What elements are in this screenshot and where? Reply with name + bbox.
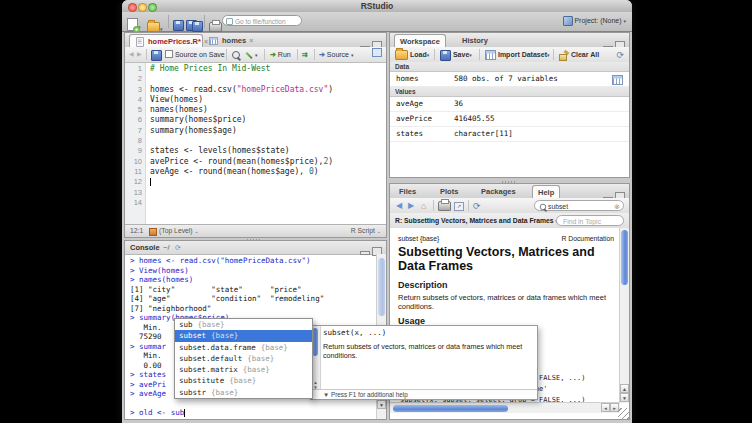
code-line: avePrice <- round(mean(homes$price),2) [146, 157, 386, 167]
nav-back-button[interactable]: ◀ [129, 47, 134, 62]
chevron-down-icon: ▾ [255, 52, 258, 58]
source-button[interactable]: ➔ Source ▾ [319, 47, 353, 62]
editor-code-area[interactable]: # Home Prices In Mid-Westhomes <- read.c… [146, 63, 386, 225]
help-vscroll-thumb[interactable] [621, 230, 628, 285]
doc-header-left: subset {base} [398, 235, 439, 242]
save-icon [173, 20, 184, 31]
completion-name: subset [179, 331, 206, 340]
object-name: avePrice [396, 112, 432, 126]
cursor-position: 12:1 [130, 225, 143, 237]
scroll-up-button[interactable]: ▲ [620, 384, 629, 393]
clear-all-button[interactable]: Clear All [559, 47, 599, 62]
console-title: Console [130, 241, 160, 254]
source-tab-homes[interactable]: homes× [203, 34, 251, 47]
pane-tab-packages[interactable]: Packages [476, 185, 521, 198]
run-button[interactable]: ➔ Run [270, 47, 291, 62]
minimize-pane-icon[interactable] [360, 251, 370, 255]
pane-tab-plots[interactable]: Plots [435, 185, 463, 198]
table-icon [485, 50, 496, 60]
help-tabstrip: FilesPlotsPackagesHelp [390, 184, 629, 199]
scroll-left-button[interactable]: ◂ [601, 403, 610, 412]
code-line: names(homes) [146, 105, 386, 115]
code-segment: names(homes) [150, 105, 208, 114]
find-in-topic-input[interactable]: Find in Topic [556, 215, 624, 226]
help-back-button[interactable]: ◀ [396, 198, 402, 213]
editor[interactable]: 1234567891011121314 # Home Prices In Mid… [125, 63, 386, 225]
autocomplete-item[interactable]: substitute{base} [175, 375, 312, 386]
window-resize-grip[interactable] [618, 408, 629, 419]
import-dataset-button[interactable]: Import Dataset▾ [485, 47, 549, 62]
source-tabstrip: homePrices.R*×homes× [125, 33, 386, 48]
code-segment: "homePriceData.csv" [237, 85, 329, 94]
find-replace-button[interactable] [232, 47, 240, 62]
goto-file-function-input[interactable]: Go to file/function [222, 15, 302, 26]
scroll-down-button[interactable]: ▼ [620, 393, 629, 402]
help-hscrollbar[interactable]: ◂ ▸ [390, 402, 620, 413]
console-prompt-line[interactable]: > old <- sub [130, 408, 376, 417]
source-on-save-checkbox[interactable]: Source on Save [165, 47, 225, 62]
line-number: 9 [125, 146, 145, 156]
help-print-button[interactable] [438, 198, 451, 213]
section-header: Data [390, 62, 629, 72]
print-icon [438, 201, 451, 211]
code-segment: homes <- read.csv( [150, 85, 237, 94]
show-in-new-window-button[interactable] [372, 47, 382, 62]
console-scroll-thumb[interactable] [378, 258, 385, 316]
save-workspace-button[interactable]: Save▾ [440, 47, 472, 62]
pane-tab-help[interactable]: Help [532, 185, 560, 198]
workspace-list: Datahomes580 obs. of 7 variablesValuesav… [390, 62, 629, 177]
refresh-workspace-button[interactable]: ⟳ [616, 47, 624, 62]
workspace-row[interactable]: aveAge36 [390, 97, 629, 112]
completion-package: {base} [198, 320, 225, 329]
scope-selector[interactable]: (Top Level) ⌄ [159, 225, 199, 237]
file-type-selector[interactable]: R Script ⌄ [351, 225, 381, 237]
scroll-down-button[interactable]: ▼ [377, 400, 386, 409]
nav-forward-button[interactable]: ▶ [137, 47, 142, 62]
rerun-button[interactable]: ⇉ [302, 47, 308, 62]
autocomplete-item[interactable]: subset.matrix{base} [175, 364, 312, 375]
source-label: Source [327, 51, 349, 58]
source-tab-homePricesR[interactable]: homePrices.R*× [129, 34, 203, 47]
chevron-down-icon: ▾ [547, 52, 550, 58]
autocomplete-item[interactable]: subset.data.frame{base} [175, 342, 312, 353]
help-vscrollbar[interactable]: ▲ ▼ [619, 228, 629, 403]
workspace-tab-workspace[interactable]: Workspace [394, 34, 446, 47]
pane-tab-files[interactable]: Files [394, 185, 421, 198]
save-source-button[interactable] [151, 47, 162, 62]
code-segment: ) [314, 167, 319, 176]
help-topic-selector[interactable]: R: Subsetting Vectors, Matrices and Data… [395, 213, 558, 229]
autocomplete-item[interactable]: subset{base} [175, 330, 312, 341]
help-refresh-button[interactable]: ⟳ [473, 198, 481, 213]
help-home-button[interactable]: ⌂ [421, 198, 426, 213]
titlebar[interactable]: RStudio [122, 0, 632, 12]
clear-search-icon[interactable]: ⊗ [614, 201, 620, 212]
goto-directory-icon[interactable]: ⟳ [175, 241, 181, 254]
print-icon [209, 22, 222, 32]
open-new-window-icon: ↗ [454, 202, 464, 211]
project-label: Project: (None) [574, 17, 621, 24]
new-file-button[interactable]: ▾ [127, 15, 141, 33]
workspace-row[interactable]: avePrice416405.55 [390, 112, 629, 127]
completion-name: subset.data.frame [179, 343, 256, 352]
autocomplete-item[interactable]: sub{base} [175, 319, 312, 330]
refresh-icon: ⟳ [616, 51, 624, 60]
autocomplete-item[interactable]: substr{base} [175, 387, 312, 398]
console-line: > homes <- read.csv("homePriceData.csv") [130, 256, 376, 266]
code-tools-button[interactable]: ▾ [246, 47, 258, 62]
open-in-new-window-button[interactable]: ↗ [454, 198, 464, 213]
load-workspace-button[interactable]: Load▾ [395, 47, 429, 62]
doc-title: Subsetting Vectors, Matrices and Data Fr… [398, 246, 603, 273]
close-tab-icon[interactable]: × [249, 37, 253, 44]
workspace-row[interactable]: homes580 obs. of 7 variables [390, 72, 629, 87]
object-name: aveAge [396, 97, 423, 111]
view-data-icon[interactable] [612, 75, 623, 85]
workspace-row[interactable]: statescharacter[11] [390, 127, 629, 142]
autocomplete-item[interactable]: subset.default{base} [175, 353, 312, 364]
help-search-input[interactable]: subset ⊗ [534, 200, 624, 211]
data-grid-icon [209, 37, 218, 45]
help-hscroll-thumb[interactable] [393, 405, 508, 412]
doc-header-right: R Documentation [561, 235, 614, 242]
project-menu[interactable]: Project: (None) ▾ [563, 16, 627, 26]
workspace-tab-history[interactable]: History [457, 34, 493, 47]
help-forward-button[interactable]: ▶ [408, 198, 414, 213]
